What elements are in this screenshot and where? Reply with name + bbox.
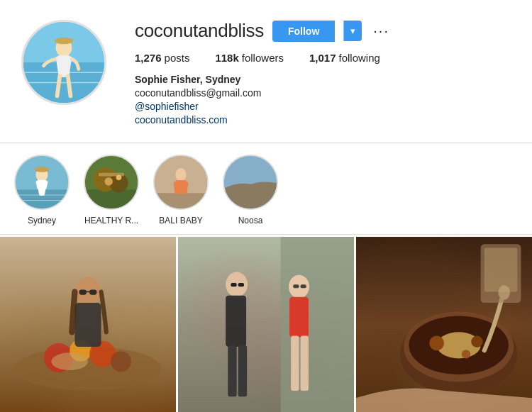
- svg-rect-38: [89, 289, 96, 294]
- grid-photo-3[interactable]: [356, 237, 532, 412]
- story-item-sydney[interactable]: Sydney: [14, 155, 70, 226]
- svg-point-24: [175, 168, 186, 182]
- chevron-down-icon: ▾: [350, 26, 355, 36]
- stats-row: 1,276 posts 118k followers 1,017 followi…: [135, 52, 511, 64]
- profile-info: coconutandbliss Follow ▾ ··· 1,276 posts…: [135, 20, 511, 126]
- bio-email: coconutandbliss@gmail.com: [135, 87, 511, 99]
- following-count: 1,017: [309, 52, 336, 64]
- svg-rect-6: [57, 38, 71, 44]
- svg-point-14: [35, 167, 50, 172]
- story-label: BALI BABY: [159, 216, 202, 226]
- username: coconutandbliss: [135, 20, 264, 42]
- svg-point-34: [51, 352, 88, 370]
- svg-point-59: [429, 336, 444, 351]
- followers-stat[interactable]: 118k followers: [215, 52, 284, 64]
- followers-count: 118k: [215, 52, 238, 64]
- svg-rect-52: [293, 284, 299, 288]
- svg-line-7: [57, 76, 60, 96]
- username-row: coconutandbliss Follow ▾ ···: [135, 20, 511, 42]
- posts-stat: 1,276 posts: [135, 52, 189, 64]
- bio-website[interactable]: coconutandbliss.com: [135, 114, 511, 126]
- svg-point-20: [105, 177, 113, 185]
- svg-rect-23: [155, 193, 207, 208]
- svg-rect-45: [238, 345, 247, 396]
- profile-section: coconutandbliss Follow ▾ ··· 1,276 posts…: [0, 0, 532, 143]
- svg-point-61: [462, 350, 470, 358]
- grid-photo-2[interactable]: [178, 237, 354, 412]
- svg-rect-49: [301, 336, 309, 391]
- follow-dropdown-button[interactable]: ▾: [343, 21, 362, 41]
- svg-rect-48: [291, 336, 299, 391]
- posts-label: posts: [165, 52, 190, 64]
- svg-rect-44: [228, 345, 236, 396]
- svg-rect-53: [301, 284, 306, 288]
- bio-handle[interactable]: @sophiefisher: [135, 101, 511, 112]
- svg-rect-16: [85, 189, 138, 208]
- story-item-noosa[interactable]: Noosa: [223, 155, 278, 226]
- story-circle: [84, 155, 139, 210]
- svg-rect-37: [79, 289, 87, 294]
- stories-section: Sydney HEALTHY R... BALI BABY Noosa: [0, 143, 532, 235]
- story-label: Noosa: [238, 216, 263, 226]
- svg-point-33: [111, 351, 131, 372]
- bio-section: Sophie Fisher, Sydney coconutandbliss@gm…: [135, 74, 511, 126]
- bio-name: Sophie Fisher, Sydney: [135, 74, 511, 85]
- more-options-button[interactable]: ···: [370, 23, 392, 39]
- story-circle: [14, 155, 70, 210]
- story-label: Sydney: [28, 216, 56, 226]
- story-label: HEALTHY R...: [84, 216, 138, 226]
- svg-rect-51: [238, 283, 244, 286]
- story-circle: [223, 155, 278, 210]
- following-label: following: [339, 52, 380, 64]
- photo-grid: [0, 237, 532, 412]
- svg-rect-36: [74, 303, 101, 347]
- svg-point-60: [471, 336, 483, 348]
- following-stat[interactable]: 1,017 following: [309, 52, 380, 64]
- svg-rect-50: [231, 283, 236, 286]
- story-circle: [153, 155, 209, 210]
- svg-rect-47: [289, 297, 309, 338]
- story-item-healthyr[interactable]: HEALTHY R...: [84, 155, 139, 226]
- svg-point-21: [116, 175, 122, 181]
- followers-label: followers: [242, 52, 284, 64]
- story-item-balibaby[interactable]: BALI BABY: [153, 155, 209, 226]
- svg-rect-43: [226, 296, 246, 347]
- svg-line-8: [68, 76, 71, 96]
- posts-count: 1,276: [135, 52, 162, 64]
- follow-button[interactable]: Follow: [272, 21, 335, 42]
- grid-photo-1[interactable]: [0, 237, 176, 412]
- svg-rect-64: [484, 248, 518, 292]
- avatar[interactable]: [21, 20, 106, 105]
